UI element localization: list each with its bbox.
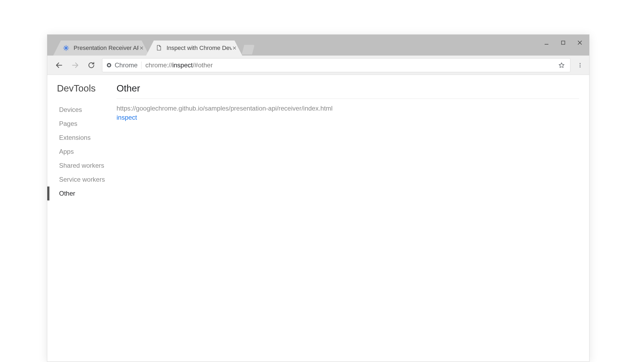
tab-presentation-receiver[interactable]: Presentation Receiver AP <box>53 41 149 56</box>
window-controls <box>543 35 587 51</box>
close-icon[interactable] <box>231 46 237 50</box>
tab-bar: Presentation Receiver AP Inspect with Ch… <box>47 35 589 56</box>
address-bar[interactable]: Chrome chrome://inspect/#other <box>102 58 570 72</box>
forward-button[interactable] <box>68 58 82 72</box>
sidebar-item-other[interactable]: Other <box>47 187 117 200</box>
inspect-link[interactable]: inspect <box>117 114 579 121</box>
chrome-icon <box>106 62 112 68</box>
main-heading: Other <box>117 83 579 99</box>
close-icon[interactable] <box>139 46 144 50</box>
sidebar-item-pages[interactable]: Pages <box>47 117 117 131</box>
url-text: chrome://inspect/#other <box>145 61 213 69</box>
bookmark-star-icon[interactable] <box>557 62 566 68</box>
close-window-button[interactable] <box>576 39 583 46</box>
back-button[interactable] <box>52 58 66 72</box>
sidebar-item-apps[interactable]: Apps <box>47 145 117 159</box>
sidebar: DevTools Devices Pages Extensions Apps S… <box>47 75 117 361</box>
svg-point-10 <box>580 66 581 67</box>
sidebar-item-service-workers[interactable]: Service workers <box>47 173 117 187</box>
tab-inspect-chrome[interactable]: Inspect with Chrome Dev <box>146 41 242 56</box>
target-url: https://googlechrome.github.io/samples/p… <box>117 105 579 112</box>
sidebar-item-extensions[interactable]: Extensions <box>47 131 117 145</box>
snowflake-icon <box>63 45 69 51</box>
main-panel: Other https://googlechrome.github.io/sam… <box>117 75 589 361</box>
file-icon <box>156 45 162 51</box>
svg-point-7 <box>108 64 110 66</box>
page-content: DevTools Devices Pages Extensions Apps S… <box>47 75 589 361</box>
toolbar: Chrome chrome://inspect/#other <box>47 56 589 75</box>
new-tab-button[interactable] <box>242 45 255 54</box>
site-label: Chrome <box>115 61 138 69</box>
svg-point-8 <box>580 63 581 64</box>
maximize-button[interactable] <box>560 39 567 46</box>
svg-point-9 <box>580 65 581 66</box>
reload-button[interactable] <box>84 58 98 72</box>
sidebar-item-shared-workers[interactable]: Shared workers <box>47 159 117 173</box>
chrome-menu-button[interactable] <box>575 58 585 72</box>
browser-window: Presentation Receiver AP Inspect with Ch… <box>47 34 589 362</box>
svg-rect-5 <box>562 41 565 45</box>
sidebar-item-devices[interactable]: Devices <box>47 103 117 117</box>
site-info-badge[interactable]: Chrome <box>106 61 142 69</box>
sidebar-title: DevTools <box>47 83 117 94</box>
tab-title: Inspect with Chrome Dev <box>167 45 231 52</box>
minimize-button[interactable] <box>543 39 550 46</box>
tab-title: Presentation Receiver AP <box>74 45 139 52</box>
